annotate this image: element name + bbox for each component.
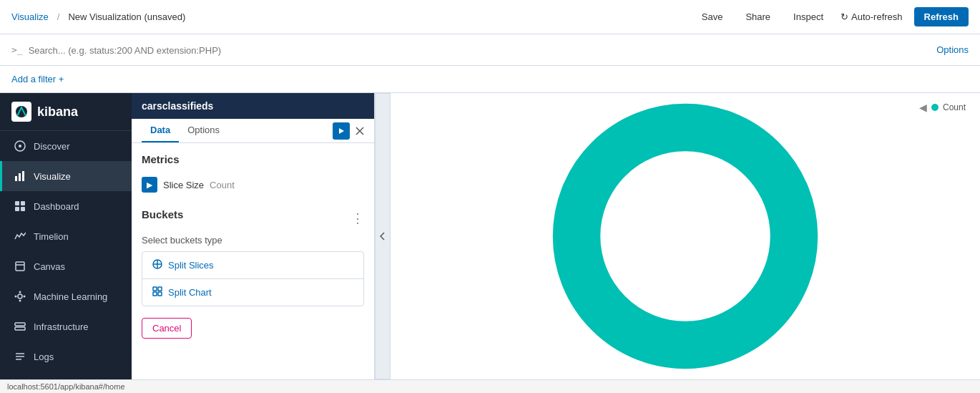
breadcrumb-visualize-link[interactable]: Visualize <box>11 11 49 22</box>
top-nav-actions: Save Share Inspect ↻ Auto-refresh Refres… <box>696 7 969 26</box>
refresh-icon: ↻ <box>841 11 848 22</box>
svg-rect-5 <box>22 171 24 181</box>
sidebar-item-logs[interactable]: Logs <box>0 341 132 372</box>
svg-rect-10 <box>16 262 24 271</box>
machine-learning-icon <box>14 290 26 303</box>
sidebar-item-machine-learning[interactable]: Machine Learning <box>0 281 132 311</box>
save-button[interactable]: Save <box>696 9 729 25</box>
buckets-section: Buckets ⋮ Select buckets type Split Slic… <box>142 208 364 339</box>
visualize-icon <box>14 170 26 183</box>
metrics-title: Metrics <box>142 153 364 165</box>
legend-dot <box>931 104 939 111</box>
bucket-select-label: Select buckets type <box>142 235 364 246</box>
legend-arrow-icon[interactable]: ◀ <box>919 102 927 113</box>
svg-rect-18 <box>15 327 25 330</box>
sidebar-label-dashboard: Dashboard <box>34 201 79 212</box>
main-layout: kibana Discover Visualize Dashboard Time… <box>0 93 980 379</box>
collapse-toggle[interactable] <box>375 93 391 379</box>
buckets-header: Buckets ⋮ <box>142 208 364 228</box>
search-input[interactable] <box>29 45 931 56</box>
sidebar-item-canvas[interactable]: Canvas <box>0 251 132 281</box>
svg-rect-6 <box>15 201 19 205</box>
add-filter-button[interactable]: Add a filter + <box>11 74 64 84</box>
refresh-button[interactable]: Refresh <box>914 7 969 26</box>
timelion-icon <box>14 230 26 243</box>
tab-data[interactable]: Data <box>142 119 179 142</box>
share-button[interactable]: Share <box>740 9 776 25</box>
run-button[interactable] <box>333 122 350 140</box>
sidebar-logo-text: kibana <box>37 105 78 120</box>
filter-bar: Add a filter + <box>0 66 980 93</box>
svg-rect-32 <box>153 292 157 296</box>
svg-point-15 <box>15 296 17 298</box>
legend-count-label: Count <box>943 102 966 112</box>
canvas-icon <box>14 260 26 273</box>
svg-rect-17 <box>15 323 25 326</box>
svg-point-35 <box>624 175 747 298</box>
panel-close-button[interactable] <box>356 122 364 140</box>
options-link[interactable]: Options <box>936 44 969 55</box>
sidebar-label-timelion: Timelion <box>34 231 69 242</box>
split-slices-icon <box>152 259 162 271</box>
svg-rect-7 <box>21 201 25 205</box>
status-url: localhost:5601/app/kibana#/home <box>7 382 125 391</box>
split-chart-label: Split Chart <box>168 287 212 298</box>
metric-value: Count <box>210 180 235 190</box>
panel-area: carsclassifieds Data Options Metrics ▶ S… <box>132 93 375 379</box>
infrastructure-icon <box>14 320 26 333</box>
chart-legend: ◀ Count <box>919 102 966 113</box>
inspect-button[interactable]: Inspect <box>788 9 829 25</box>
donut-chart <box>549 93 821 379</box>
svg-point-2 <box>19 145 21 147</box>
split-slices-label: Split Slices <box>168 260 214 271</box>
sidebar-item-visualize[interactable]: Visualize <box>0 161 132 191</box>
sidebar-label-canvas: Canvas <box>34 261 65 272</box>
svg-marker-24 <box>339 128 344 134</box>
dashboard-icon <box>14 200 26 213</box>
breadcrumb: Visualize / New Visualization (unsaved) <box>11 11 185 22</box>
bucket-options-list: Split Slices Split Chart <box>142 251 364 306</box>
buckets-more-button[interactable]: ⋮ <box>351 212 364 225</box>
search-bar: >_ Options <box>0 34 980 66</box>
svg-rect-9 <box>21 207 25 211</box>
sidebar-label-machine-learning: Machine Learning <box>34 291 107 302</box>
search-prompt: >_ <box>11 44 23 55</box>
top-nav: Visualize / New Visualization (unsaved) … <box>0 0 980 34</box>
sidebar-item-infrastructure[interactable]: Infrastructure <box>0 311 132 341</box>
panel-tab-actions <box>333 122 364 140</box>
search-input-wrapper <box>29 44 931 56</box>
kibana-logo-icon <box>11 102 31 122</box>
sidebar-label-visualize: Visualize <box>34 171 71 182</box>
svg-rect-30 <box>153 287 157 291</box>
sidebar-item-discover[interactable]: Discover <box>0 131 132 161</box>
breadcrumb-sep: / <box>57 11 60 22</box>
svg-rect-8 <box>15 207 19 211</box>
donut-chart-wrapper <box>391 93 980 379</box>
metric-slice-size[interactable]: ▶ Slice Size Count <box>142 173 364 197</box>
sidebar-item-apm[interactable]: APM <box>0 372 132 379</box>
cancel-button[interactable]: Cancel <box>142 318 192 339</box>
sidebar-item-timelion[interactable]: Timelion <box>0 221 132 251</box>
tab-options[interactable]: Options <box>179 119 228 142</box>
metric-expand-icon: ▶ <box>142 177 157 193</box>
sidebar-item-dashboard[interactable]: Dashboard <box>0 191 132 221</box>
panel-content: Metrics ▶ Slice Size Count Buckets ⋮ Sel… <box>132 143 374 379</box>
discover-icon <box>14 140 26 152</box>
status-bar: localhost:5601/app/kibana#/home <box>0 379 980 393</box>
logs-icon <box>14 350 26 363</box>
split-chart-icon <box>152 286 162 299</box>
svg-rect-33 <box>158 292 162 296</box>
bucket-option-split-slices[interactable]: Split Slices <box>142 252 363 279</box>
svg-rect-31 <box>158 287 162 291</box>
sidebar-label-discover: Discover <box>34 141 70 152</box>
sidebar-label-infrastructure: Infrastructure <box>34 321 89 332</box>
sidebar-label-logs: Logs <box>34 351 54 362</box>
svg-rect-3 <box>15 176 17 181</box>
cancel-area: Cancel <box>142 318 364 339</box>
svg-point-13 <box>19 291 21 293</box>
auto-refresh-button[interactable]: ↻ Auto-refresh <box>841 11 903 22</box>
svg-rect-4 <box>19 173 21 181</box>
sidebar: kibana Discover Visualize Dashboard Time… <box>0 93 132 379</box>
svg-point-14 <box>19 300 21 302</box>
bucket-option-split-chart[interactable]: Split Chart <box>142 279 363 306</box>
